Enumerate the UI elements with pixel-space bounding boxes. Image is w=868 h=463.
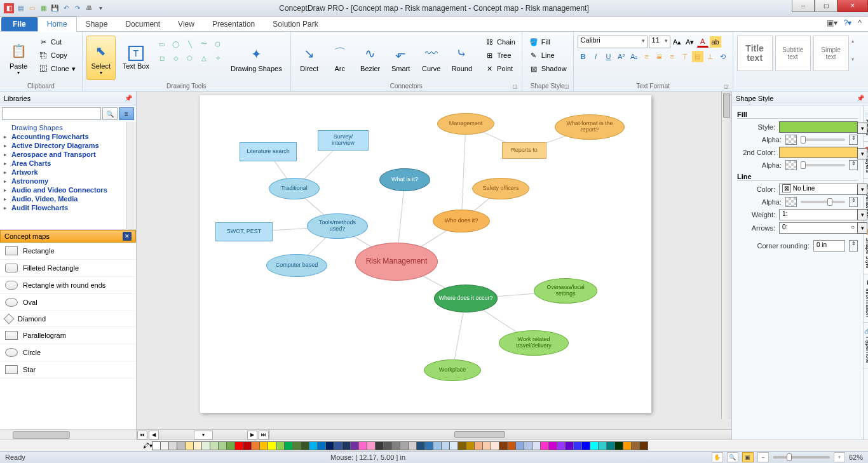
color-swatch[interactable] — [358, 441, 367, 450]
color-swatch[interactable] — [515, 441, 524, 450]
horizontal-scrollbar[interactable] — [270, 430, 731, 440]
color-swatch[interactable] — [284, 441, 293, 450]
color-swatch[interactable] — [623, 441, 632, 450]
last-page-button[interactable]: ⏭ — [259, 431, 269, 440]
concept-node-comp[interactable]: Computer based — [266, 254, 327, 277]
library-tree-item[interactable]: Aerospace and Transport — [0, 150, 136, 159]
clone-button[interactable]: ⿲Clone ▾ — [36, 62, 78, 75]
italic-button[interactable]: I — [590, 51, 602, 62]
direct-button[interactable]: ↘Direct — [295, 36, 324, 80]
shape-tool-grid[interactable]: ▭◯╲〜⬡ ◻◇⬠△✧ — [156, 38, 224, 64]
shape-palette-item[interactable]: Rectangle with round ends — [0, 277, 136, 294]
library-tree-item[interactable]: Accounting Flowcharts — [0, 132, 136, 141]
tab-home[interactable]: Home — [37, 17, 77, 32]
shape-palette-item[interactable]: Filleted Rectangle — [0, 260, 136, 277]
highlight-button[interactable]: ab — [710, 36, 721, 48]
shape-palette-item[interactable]: Oval — [0, 294, 136, 311]
concept-maps-header[interactable]: Concept maps ✕ — [0, 230, 136, 243]
app-icon[interactable]: ◧ — [4, 3, 14, 13]
align-top-button[interactable]: ⊤ — [679, 51, 691, 62]
line-alpha-stepper[interactable]: ⇕ — [849, 197, 858, 207]
color-swatch[interactable] — [590, 441, 599, 450]
color-swatch[interactable] — [449, 441, 458, 450]
prev-page-button[interactable]: ◀ — [149, 431, 159, 440]
search-button[interactable]: 🔍 — [102, 107, 118, 120]
theme-subtitle[interactable]: Subtitle text — [775, 36, 811, 71]
color-swatch[interactable] — [367, 441, 376, 450]
drawing-shapes-button[interactable]: ✦ Drawing Shapes — [226, 36, 287, 80]
bezier-button[interactable]: ∿Bezier — [356, 36, 385, 80]
color-swatch[interactable] — [259, 441, 268, 450]
point-button[interactable]: ✕Point — [482, 62, 518, 75]
line-color-combo[interactable]: ⊠ No Line — [779, 184, 858, 195]
color-swatch[interactable] — [168, 441, 177, 450]
color-swatch[interactable] — [317, 441, 326, 450]
select-button[interactable]: ⬉ Select▾ — [86, 36, 116, 80]
tree-button[interactable]: ⊞Tree — [482, 49, 518, 62]
dialog-launcher-icon[interactable]: ◲ — [564, 84, 569, 90]
fill-style-combo[interactable] — [779, 121, 858, 133]
color-swatch[interactable] — [441, 441, 450, 450]
library-search-input[interactable] — [2, 107, 101, 120]
shape-palette-item[interactable]: Star — [0, 361, 136, 379]
shape-palette-item[interactable]: Circle — [0, 344, 136, 361]
color-swatch[interactable] — [474, 441, 483, 450]
second-alpha-pattern[interactable] — [785, 160, 797, 170]
color-swatch[interactable] — [301, 441, 309, 450]
concept-node-survey[interactable]: Survey/ interview — [318, 130, 369, 151]
line-button[interactable]: ✎Line — [526, 49, 569, 62]
color-swatch[interactable] — [251, 441, 260, 450]
pin-icon[interactable]: 📌 — [125, 95, 132, 102]
color-swatch[interactable] — [177, 441, 186, 450]
bold-button[interactable]: B — [578, 51, 589, 62]
color-swatch[interactable] — [532, 441, 541, 450]
color-swatch[interactable] — [565, 441, 574, 450]
corner-rounding-input[interactable]: 0 in — [813, 240, 845, 252]
color-swatch[interactable] — [400, 441, 409, 450]
concept-node-trad[interactable]: Traditional — [269, 178, 320, 199]
theme-scroll-up[interactable]: ▴ — [851, 38, 854, 44]
color-swatch[interactable] — [383, 441, 392, 450]
qat-print-icon[interactable]: 🖶 — [84, 3, 94, 13]
color-swatch[interactable] — [342, 441, 351, 450]
color-swatch[interactable] — [482, 441, 491, 450]
arc-button[interactable]: ⌒Arc — [325, 36, 355, 80]
vertical-scrollbar[interactable] — [721, 91, 731, 419]
qat-open-icon[interactable]: ▭ — [27, 3, 37, 13]
subscript-button[interactable]: A₂ — [628, 51, 640, 62]
color-swatch[interactable] — [160, 441, 169, 450]
concept-node-reports[interactable]: Reports to — [502, 142, 546, 159]
next-page-button[interactable]: ▶ — [247, 431, 257, 440]
theme-simple[interactable]: Simple text — [813, 36, 849, 71]
superscript-button[interactable]: A² — [616, 51, 627, 62]
copy-button[interactable]: ⿻Copy — [36, 49, 78, 62]
concept-node-who[interactable]: Who does it? — [433, 210, 490, 232]
zoom-slider[interactable] — [773, 456, 830, 459]
color-swatch[interactable] — [350, 441, 359, 450]
maximize-button[interactable]: ▢ — [815, 0, 837, 12]
zoom-out-button[interactable]: − — [757, 452, 769, 462]
tab-shape[interactable]: Shape — [77, 17, 117, 31]
concept-node-lit[interactable]: Literature search — [240, 142, 297, 161]
tree-scrollbar[interactable] — [126, 122, 136, 229]
library-tree-item[interactable]: Drawing Shapes — [0, 123, 136, 132]
concept-node-what[interactable]: What is it? — [379, 168, 430, 191]
qat-new-icon[interactable]: ▤ — [15, 3, 25, 13]
grow-font-button[interactable]: A▴ — [672, 36, 683, 48]
color-picker-icon[interactable]: 🖍▾ — [143, 442, 156, 449]
library-tree-item[interactable]: Astronomy — [0, 177, 136, 185]
tab-view[interactable]: View — [169, 17, 203, 31]
line-alpha-pattern[interactable] — [785, 197, 797, 207]
concept-node-safety[interactable]: Safety officers — [472, 178, 529, 199]
concept-node-mgmt[interactable]: Management — [437, 113, 494, 135]
minimize-button[interactable]: ─ — [792, 0, 815, 12]
cut-button[interactable]: ✂Cut — [36, 36, 78, 48]
concept-node-overseas[interactable]: Overseas/local settings — [534, 278, 597, 304]
help-icon[interactable]: ?▾ — [844, 18, 852, 27]
library-tree[interactable]: Drawing ShapesAccounting FlowchartsActiv… — [0, 122, 136, 230]
library-tree-item[interactable]: Area Charts — [0, 159, 136, 168]
theme-scroll-down[interactable]: ▾ — [851, 57, 854, 62]
color-swatch[interactable] — [268, 441, 276, 450]
zoom-in-button[interactable]: + — [834, 452, 845, 462]
round-button[interactable]: ⤷Round — [447, 36, 477, 80]
